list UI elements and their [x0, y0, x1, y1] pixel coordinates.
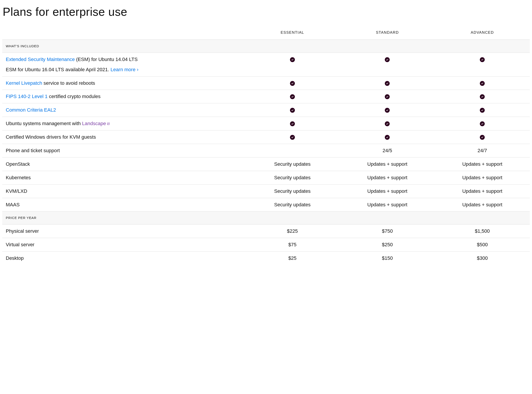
row-esm-sub: ESM for Ubuntu 16.04 LTS available April… [2, 66, 530, 76]
openstack-text: OpenStack [2, 157, 245, 171]
cell-openstack-advanced: Updates + support [435, 157, 530, 171]
row-livepatch: Kernel Livepatch service to avoid reboot… [2, 76, 530, 90]
cell-landscape-essential [245, 117, 340, 130]
col-feature [2, 27, 245, 40]
cell-fips-advanced [435, 90, 530, 103]
kvm-drivers-text: Certified Windows drivers for KVM guests [2, 130, 245, 144]
cell-virtual-essential: $75 [245, 238, 340, 252]
row-kubernetes: Kubernetes Security updates Updates + su… [2, 171, 530, 184]
check-icon [385, 94, 390, 99]
esm-text: (ESM) for Ubuntu 14.04 LTS [75, 57, 138, 62]
esm-link[interactable]: Extended Security Maintenance [6, 57, 75, 62]
cc-link[interactable]: Common Criteria EAL2 [6, 107, 56, 113]
section-whats-included: WHAT'S INCLUDED [2, 40, 530, 53]
check-icon [385, 108, 390, 113]
cell-kvmd-standard [340, 130, 435, 144]
physical-text: Physical server [2, 224, 245, 238]
cell-kubernetes-essential: Security updates [245, 171, 340, 184]
row-openstack: OpenStack Security updates Updates + sup… [2, 157, 530, 171]
cell-kvmlxd-advanced: Updates + support [435, 184, 530, 198]
check-icon [480, 121, 485, 126]
phone-text: Phone and ticket support [2, 144, 245, 157]
row-maas: MAAS Security updates Updates + support … [2, 198, 530, 211]
cell-phone-advanced: 24/7 [435, 144, 530, 157]
check-icon [290, 57, 295, 62]
cell-fips-standard [340, 90, 435, 103]
check-icon [385, 81, 390, 86]
cell-physical-standard: $750 [340, 224, 435, 238]
cell-kvmlxd-essential: Security updates [245, 184, 340, 198]
cell-cc-essential [245, 103, 340, 117]
landscape-link[interactable]: Landscape [82, 121, 110, 126]
check-icon [290, 121, 295, 126]
livepatch-text: service to avoid reboots [42, 80, 95, 86]
desktop-text: Desktop [2, 252, 245, 265]
section-label: PRICE PER YEAR [2, 211, 530, 224]
col-essential: ESSENTIAL [245, 27, 340, 40]
page-title: Plans for enterprise use [3, 4, 530, 20]
esm-learn-more-link[interactable]: Learn more › [111, 67, 139, 72]
cell-kvmd-advanced [435, 130, 530, 144]
row-esm: Extended Security Maintenance (ESM) for … [2, 52, 530, 66]
cell-virtual-advanced: $500 [435, 238, 530, 252]
cell-virtual-standard: $250 [340, 238, 435, 252]
row-common-criteria: Common Criteria EAL2 [2, 103, 530, 117]
cell-maas-essential: Security updates [245, 198, 340, 211]
cell-desktop-standard: $150 [340, 252, 435, 265]
cell-esm-standard [340, 52, 435, 66]
cell-physical-essential: $225 [245, 224, 340, 238]
kvmlxd-text: KVM/LXD [2, 184, 245, 198]
check-icon [385, 121, 390, 126]
row-physical-server: Physical server $225 $750 $1,500 [2, 224, 530, 238]
cell-kvmd-essential [245, 130, 340, 144]
esm-sub-text: ESM for Ubuntu 16.04 LTS available April… [6, 67, 111, 72]
cell-kubernetes-advanced: Updates + support [435, 171, 530, 184]
cell-maas-standard: Updates + support [340, 198, 435, 211]
check-icon [480, 57, 485, 62]
cell-landscape-standard [340, 117, 435, 130]
fips-text: certified crypto modules [47, 94, 100, 99]
cell-fips-essential [245, 90, 340, 103]
row-kvmlxd: KVM/LXD Security updates Updates + suppo… [2, 184, 530, 198]
cell-landscape-advanced [435, 117, 530, 130]
virtual-text: Virtual server [2, 238, 245, 252]
row-virtual-server: Virtual server $75 $250 $500 [2, 238, 530, 252]
check-icon [290, 108, 295, 113]
cell-esm-advanced [435, 52, 530, 66]
fips-link[interactable]: FIPS 140-2 Level 1 [6, 94, 47, 99]
cell-openstack-essential: Security updates [245, 157, 340, 171]
row-phone-support: Phone and ticket support 24/5 24/7 [2, 144, 530, 157]
cell-desktop-essential: $25 [245, 252, 340, 265]
cell-esm-essential [245, 52, 340, 66]
cell-livepatch-advanced [435, 76, 530, 90]
plans-table: ESSENTIAL STANDARD ADVANCED WHAT'S INCLU… [2, 27, 530, 265]
cell-livepatch-essential [245, 76, 340, 90]
cell-phone-standard: 24/5 [340, 144, 435, 157]
row-landscape: Ubuntu systems management with Landscape [2, 117, 530, 130]
maas-text: MAAS [2, 198, 245, 211]
check-icon [290, 94, 295, 99]
check-icon [480, 135, 485, 140]
cell-phone-essential [245, 144, 340, 157]
livepatch-link[interactable]: Kernel Livepatch [6, 80, 42, 86]
landscape-text-pre: Ubuntu systems management with [6, 121, 82, 126]
check-icon [290, 135, 295, 140]
check-icon [480, 94, 485, 99]
cell-cc-advanced [435, 103, 530, 117]
cell-kvmlxd-standard: Updates + support [340, 184, 435, 198]
cell-openstack-standard: Updates + support [340, 157, 435, 171]
section-price: PRICE PER YEAR [2, 211, 530, 224]
row-fips: FIPS 140-2 Level 1 certified crypto modu… [2, 90, 530, 103]
col-advanced: ADVANCED [435, 27, 530, 40]
check-icon [480, 108, 485, 113]
table-header-row: ESSENTIAL STANDARD ADVANCED [2, 27, 530, 40]
check-icon [385, 135, 390, 140]
check-icon [385, 57, 390, 62]
kubernetes-text: Kubernetes [2, 171, 245, 184]
external-link-icon [107, 122, 110, 125]
cell-kubernetes-standard: Updates + support [340, 171, 435, 184]
check-icon [480, 81, 485, 86]
row-desktop: Desktop $25 $150 $300 [2, 252, 530, 265]
check-icon [290, 81, 295, 86]
col-standard: STANDARD [340, 27, 435, 40]
